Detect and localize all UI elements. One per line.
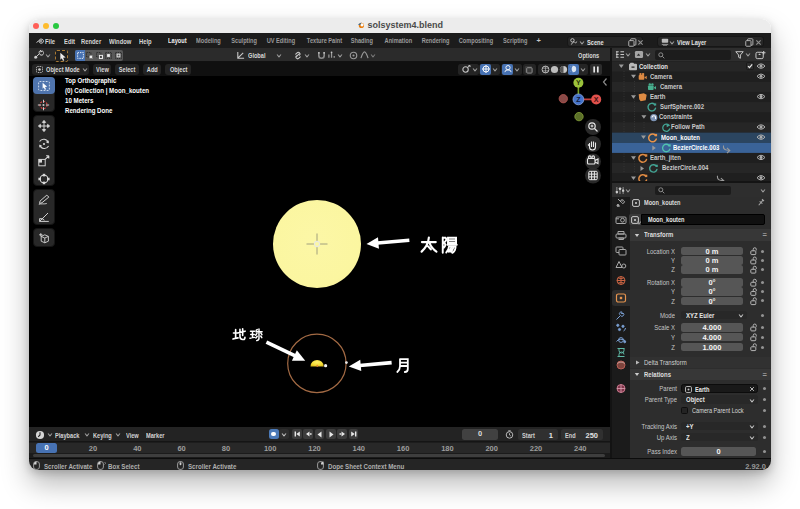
svg-text:Y: Y — [576, 79, 581, 86]
svg-text:X: X — [594, 96, 599, 103]
svg-text:Z: Z — [576, 96, 581, 103]
